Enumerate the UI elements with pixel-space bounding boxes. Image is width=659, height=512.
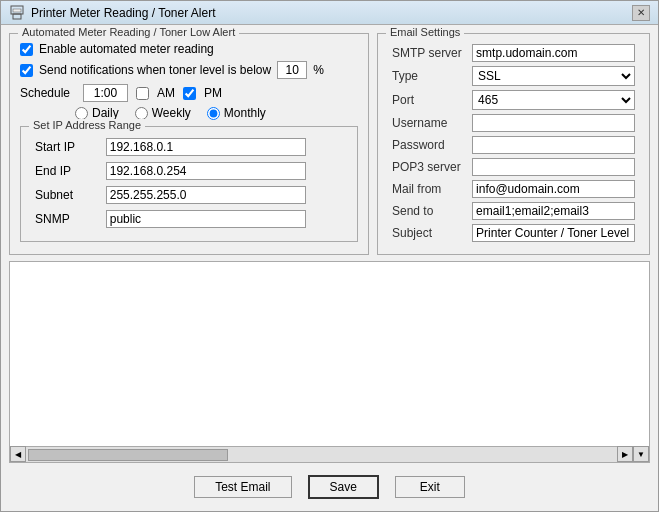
printer-icon [9, 5, 25, 21]
subnet-row: Subnet 255.255.255.0 [31, 183, 347, 207]
ip-group: Set IP Address Range Start IP 192.168.0.… [20, 126, 358, 242]
snmp-input[interactable]: public [106, 210, 306, 228]
password-label: Password [388, 134, 468, 156]
subnet-input[interactable]: 255.255.255.0 [106, 186, 306, 204]
weekly-radio-item: Weekly [135, 106, 191, 120]
smtp-row: SMTP server smtp.udomain.com [388, 42, 639, 64]
monthly-label: Monthly [224, 106, 266, 120]
schedule-label: Schedule [20, 86, 75, 100]
schedule-row: Schedule 1:00 AM PM [20, 84, 358, 102]
svg-rect-1 [13, 14, 21, 19]
top-panels: Automated Meter Reading / Toner Low Aler… [9, 33, 650, 255]
email-table: SMTP server smtp.udomain.com Type SSL TL… [388, 42, 639, 244]
port-select[interactable]: 465 587 25 [472, 90, 635, 110]
pm-checkbox[interactable] [183, 87, 196, 100]
toner-label: Send notifications when toner level is b… [39, 63, 271, 77]
title-bar: Printer Meter Reading / Toner Alert ✕ [1, 1, 658, 25]
subject-label: Subject [388, 222, 468, 244]
sendto-label: Send to [388, 200, 468, 222]
svg-rect-2 [13, 9, 21, 12]
exit-button[interactable]: Exit [395, 476, 465, 498]
mailfrom-row: Mail from info@udomain.com [388, 178, 639, 200]
pm-label: PM [204, 86, 222, 100]
ip-table: Start IP 192.168.0.1 End IP 192.168.0.25… [31, 135, 347, 231]
ip-group-label: Set IP Address Range [29, 119, 145, 131]
scroll-down-arrow[interactable]: ▼ [633, 446, 649, 462]
save-button[interactable]: Save [308, 475, 379, 499]
weekly-label: Weekly [152, 106, 191, 120]
mailfrom-input[interactable]: info@udomain.com [472, 180, 635, 198]
am-checkbox[interactable] [136, 87, 149, 100]
main-window: Printer Meter Reading / Toner Alert ✕ Au… [0, 0, 659, 512]
window-title: Printer Meter Reading / Toner Alert [31, 6, 216, 20]
pop3-label: POP3 server [388, 156, 468, 178]
snmp-row: SNMP public [31, 207, 347, 231]
type-row: Type SSL TLS None [388, 64, 639, 88]
toner-row: Send notifications when toner level is b… [20, 61, 358, 79]
subject-input[interactable]: Printer Counter / Toner Level Repo [472, 224, 635, 242]
daily-radio-item: Daily [75, 106, 119, 120]
automated-group-label: Automated Meter Reading / Toner Low Aler… [18, 26, 239, 38]
smtp-label: SMTP server [388, 42, 468, 64]
start-ip-row: Start IP 192.168.0.1 [31, 135, 347, 159]
pop3-row: POP3 server [388, 156, 639, 178]
email-group: Email Settings SMTP server smtp.udomain.… [377, 33, 650, 255]
toner-checkbox[interactable] [20, 64, 33, 77]
pop3-input[interactable] [472, 158, 635, 176]
subject-row: Subject Printer Counter / Toner Level Re… [388, 222, 639, 244]
smtp-input[interactable]: smtp.udomain.com [472, 44, 635, 62]
scroll-thumb[interactable] [28, 449, 228, 461]
password-input[interactable] [472, 136, 635, 154]
username-row: Username [388, 112, 639, 134]
ip-section: Set IP Address Range Start IP 192.168.0.… [20, 126, 358, 242]
end-ip-label: End IP [31, 159, 102, 183]
scroll-left-arrow[interactable]: ◀ [10, 446, 26, 462]
content-area: ◀ ▶ ▼ [9, 261, 650, 463]
email-group-label: Email Settings [386, 26, 464, 38]
type-select[interactable]: SSL TLS None [472, 66, 635, 86]
username-label: Username [388, 112, 468, 134]
sendto-row: Send to email1;email2;email3 [388, 200, 639, 222]
am-label: AM [157, 86, 175, 100]
sendto-input[interactable]: email1;email2;email3 [472, 202, 635, 220]
weekly-radio[interactable] [135, 107, 148, 120]
horizontal-scrollbar[interactable] [26, 446, 633, 462]
daily-radio[interactable] [75, 107, 88, 120]
subnet-label: Subnet [31, 183, 102, 207]
daily-label: Daily [92, 106, 119, 120]
end-ip-input[interactable]: 192.168.0.254 [106, 162, 306, 180]
port-row: Port 465 587 25 [388, 88, 639, 112]
window-body: Automated Meter Reading / Toner Low Aler… [1, 25, 658, 511]
enable-label: Enable automated meter reading [39, 42, 214, 56]
snmp-label: SNMP [31, 207, 102, 231]
time-input[interactable]: 1:00 [83, 84, 128, 102]
port-label: Port [388, 88, 468, 112]
test-email-button[interactable]: Test Email [194, 476, 291, 498]
frequency-radio-group: Daily Weekly Monthly [75, 106, 358, 120]
start-ip-label: Start IP [31, 135, 102, 159]
monthly-radio-item: Monthly [207, 106, 266, 120]
monthly-radio[interactable] [207, 107, 220, 120]
type-label: Type [388, 64, 468, 88]
enable-row: Enable automated meter reading [20, 42, 358, 56]
enable-checkbox[interactable] [20, 43, 33, 56]
bottom-bar: Test Email Save Exit [9, 469, 650, 503]
password-row: Password [388, 134, 639, 156]
toner-unit: % [313, 63, 324, 77]
toner-value-input[interactable]: 10 [277, 61, 307, 79]
start-ip-input[interactable]: 192.168.0.1 [106, 138, 306, 156]
scroll-right-arrow[interactable]: ▶ [617, 446, 633, 462]
end-ip-row: End IP 192.168.0.254 [31, 159, 347, 183]
close-button[interactable]: ✕ [632, 5, 650, 21]
username-input[interactable] [472, 114, 635, 132]
automated-group: Automated Meter Reading / Toner Low Aler… [9, 33, 369, 255]
mailfrom-label: Mail from [388, 178, 468, 200]
